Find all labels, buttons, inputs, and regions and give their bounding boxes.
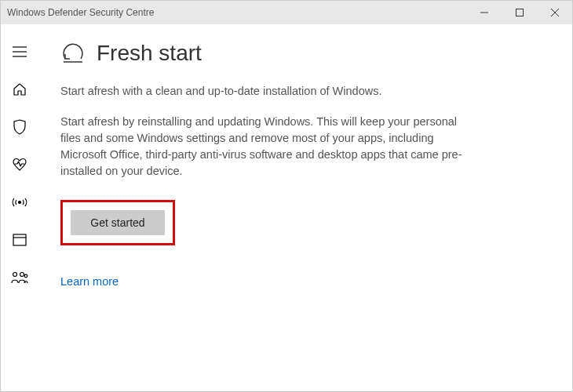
svg-rect-8 [13, 234, 26, 245]
window-title: Windows Defender Security Centre [7, 7, 466, 18]
body: Fresh start Start afresh with a clean an… [1, 24, 572, 391]
titlebar: Windows Defender Security Centre [1, 1, 572, 24]
svg-point-10 [13, 273, 17, 277]
highlight-annotation: Get started [60, 200, 175, 245]
page-title: Fresh start [97, 41, 202, 66]
main-content: Fresh start Start afresh with a clean an… [38, 24, 572, 391]
hamburger-icon[interactable] [11, 43, 28, 60]
svg-rect-1 [516, 9, 523, 16]
home-icon[interactable] [11, 81, 28, 98]
close-button[interactable] [537, 1, 572, 24]
learn-more-link[interactable]: Learn more [60, 275, 119, 288]
description-text: Start afresh by reinstalling and updatin… [60, 114, 469, 180]
family-icon[interactable] [11, 269, 28, 286]
maximize-button[interactable] [502, 1, 537, 24]
svg-point-7 [19, 201, 21, 204]
shield-icon[interactable] [11, 118, 28, 136]
page-header: Fresh start [60, 40, 541, 66]
svg-point-11 [20, 273, 24, 277]
heart-health-icon[interactable] [11, 156, 28, 173]
sidebar [1, 24, 38, 391]
fresh-start-icon [60, 40, 86, 66]
minimize-button[interactable] [466, 1, 502, 24]
get-started-button[interactable]: Get started [71, 210, 165, 235]
app-browser-icon[interactable] [11, 231, 28, 249]
lead-text: Start afresh with a clean and up-to-date… [60, 83, 541, 100]
svg-point-12 [24, 274, 27, 278]
app-window: Windows Defender Security Centre [0, 0, 573, 392]
network-firewall-icon[interactable] [11, 194, 28, 211]
